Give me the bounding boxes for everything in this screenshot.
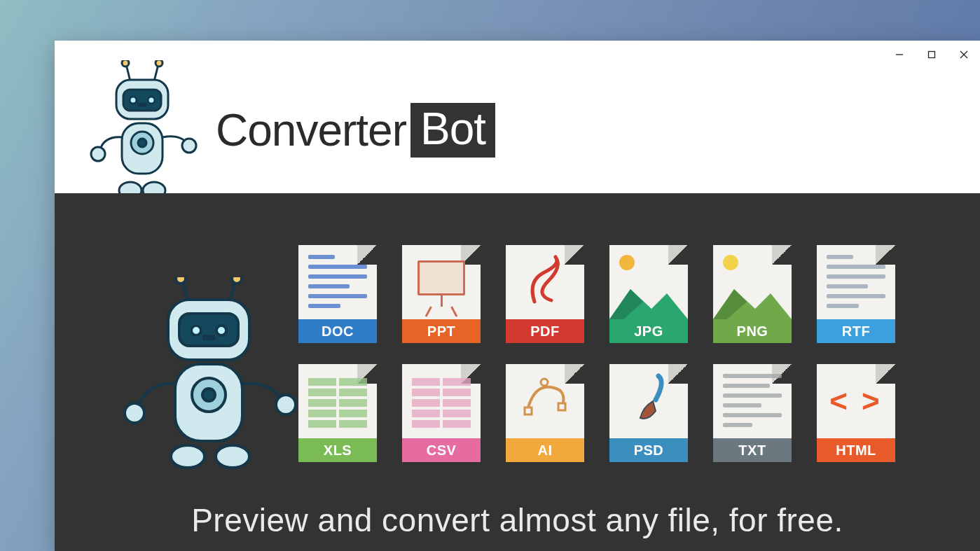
close-button[interactable] [948,43,980,66]
svg-rect-40 [525,407,532,414]
file-type-label: RTF [817,319,895,343]
app-window: Converter Bot [55,41,980,551]
header: Converter Bot [55,67,980,193]
svg-point-31 [202,389,215,401]
file-body [298,364,377,438]
file-type-label: HTML [817,438,895,462]
svg-point-22 [176,277,186,284]
app-title: Converter Bot [216,103,495,158]
svg-point-42 [541,379,548,386]
file-body [506,245,584,319]
app-title-part1: Converter [216,104,406,156]
svg-point-7 [156,60,163,67]
file-type-tile-doc[interactable]: DOC [298,245,377,343]
file-type-tile-ppt[interactable]: PPT [402,245,481,343]
svg-point-16 [91,147,105,161]
svg-point-17 [182,139,196,153]
svg-point-6 [122,60,129,67]
file-type-grid: DOC PPT PDF JPG PNG RTF [298,245,895,462]
file-body [402,245,481,319]
fold-corner-icon [772,245,792,265]
file-type-tile-png[interactable]: PNG [713,245,792,343]
svg-rect-25 [179,314,238,346]
svg-point-11 [148,97,155,104]
file-type-tile-pdf[interactable]: PDF [506,245,584,343]
file-type-label: PPT [402,319,481,343]
file-body [402,364,481,438]
svg-point-34 [171,445,205,468]
file-body [817,245,895,319]
svg-rect-1 [929,52,935,58]
main-area: DOC PPT PDF JPG PNG RTF [55,193,980,551]
robot-mascot-icon [118,277,300,473]
file-type-label: AI [506,438,584,462]
file-type-label: TXT [713,438,792,462]
tagline: Preview and convert almost any file, for… [55,501,980,539]
svg-point-32 [125,403,144,423]
file-type-tile-rtf[interactable]: RTF [817,245,895,343]
svg-point-10 [130,97,137,104]
file-body [713,245,792,319]
file-type-label: DOC [298,319,377,343]
file-body [506,364,584,438]
file-body [609,245,688,319]
file-body: < > [817,364,895,438]
file-type-label: XLS [298,438,377,462]
maximize-button[interactable] [916,43,948,66]
file-type-tile-psd[interactable]: PSD [609,364,688,462]
minimize-button[interactable] [883,43,916,66]
svg-point-26 [191,326,201,335]
robot-logo-icon [83,60,202,207]
svg-rect-12 [139,104,146,106]
file-body [713,364,792,438]
file-type-label: CSV [402,438,481,462]
file-body [609,364,688,438]
fold-corner-icon [668,245,688,265]
file-type-tile-txt[interactable]: TXT [713,364,792,462]
file-type-tile-html[interactable]: < > HTML [817,364,895,462]
file-type-label: JPG [609,319,688,343]
svg-point-27 [216,326,226,335]
file-type-label: PDF [506,319,584,343]
file-type-label: PNG [713,319,792,343]
file-body [298,245,377,319]
svg-point-15 [138,139,146,147]
app-title-part2: Bot [410,103,495,158]
svg-point-35 [216,445,249,468]
svg-rect-41 [558,403,565,410]
svg-rect-28 [204,336,214,339]
file-type-tile-csv[interactable]: CSV [402,364,481,462]
file-type-tile-ai[interactable]: AI [506,364,584,462]
file-type-label: PSD [609,438,688,462]
fold-corner-icon [668,364,688,384]
file-type-tile-xls[interactable]: XLS [298,364,377,462]
svg-point-33 [276,395,296,414]
file-type-tile-jpg[interactable]: JPG [609,245,688,343]
svg-point-23 [232,277,242,284]
